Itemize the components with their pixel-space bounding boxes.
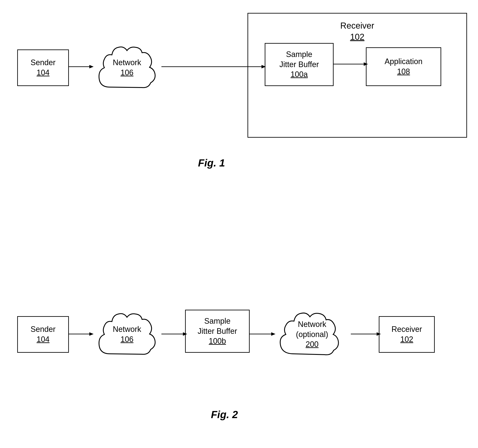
sender-box-fig2: Sender 104 <box>17 316 69 353</box>
network-optional-line1-fig2: Network <box>298 320 326 329</box>
application-label-fig1: Application <box>385 56 422 67</box>
arrow-sender-to-network-fig2 <box>69 332 95 336</box>
network-optional-text-fig2: Network (optional) 200 <box>296 319 328 349</box>
network-number-fig1: 106 <box>120 68 133 77</box>
application-number-fig1: 108 <box>397 67 410 77</box>
arrow-sender-to-network-fig1 <box>69 64 95 69</box>
jitter-line1-fig1: Sample <box>286 50 312 60</box>
sender-number-fig1: 104 <box>37 68 50 78</box>
sender-label-fig1: Sender <box>31 58 56 68</box>
jitter-line1-fig2: Sample <box>204 316 231 326</box>
network-optional-line2-fig2: (optional) <box>296 330 328 339</box>
sender-label-fig2: Sender <box>31 324 56 335</box>
arrow-jitter-to-app-fig1 <box>333 62 369 66</box>
receiver-outer-text: Receiver <box>340 21 374 30</box>
receiver-outer-number: 102 <box>350 32 365 42</box>
svg-marker-13 <box>377 332 381 336</box>
receiver-label-fig2: Receiver <box>391 324 422 335</box>
fig2-label-text: Fig. 2 <box>211 409 238 420</box>
arrow-network-to-jitter-fig1 <box>161 64 267 69</box>
jitter-number-fig1: 100a <box>290 69 308 80</box>
application-box-fig1: Application 108 <box>366 47 441 86</box>
sender-box-fig1: Sender 104 <box>17 50 69 86</box>
jitter-line2-fig2: Jitter Buffer <box>198 326 237 336</box>
network-optional-number-fig2: 200 <box>306 340 319 349</box>
arrow-netopt-to-receiver-fig2 <box>351 332 382 336</box>
svg-marker-1 <box>89 65 94 68</box>
arrow-jitter-to-netopt-fig2 <box>250 332 277 336</box>
svg-marker-3 <box>262 65 266 68</box>
fig1-label: Fig. 1 <box>198 157 225 169</box>
network-label-fig1: Network <box>113 58 141 67</box>
jitter-buffer-box-fig2: Sample Jitter Buffer 100b <box>185 310 250 353</box>
network-cloud-text-fig1: Network 106 <box>113 58 141 78</box>
jitter-line2-fig1: Jitter Buffer <box>279 60 319 70</box>
svg-marker-11 <box>271 332 276 336</box>
network-cloud-fig2: Network 106 <box>93 302 161 367</box>
diagram-container: Receiver 102 Sender 104 Network 106 Samp… <box>0 0 478 448</box>
fig1-label-text: Fig. 1 <box>198 157 225 169</box>
arrow-network-to-jitter-fig2 <box>161 332 188 336</box>
svg-marker-7 <box>89 332 94 336</box>
fig2-label: Fig. 2 <box>211 409 238 420</box>
network-number-fig2: 106 <box>120 335 133 344</box>
network-cloud-fig1: Network 106 <box>93 36 161 100</box>
jitter-number-fig2: 100b <box>209 336 226 346</box>
receiver-outer-label: Receiver 102 <box>248 20 466 42</box>
jitter-buffer-box-fig1: Sample Jitter Buffer 100a <box>265 43 333 86</box>
network-cloud-text-fig2: Network 106 <box>113 324 141 345</box>
network-label-fig2: Network <box>113 325 141 334</box>
sender-number-fig2: 104 <box>37 335 50 345</box>
receiver-box-fig2: Receiver 102 <box>379 316 435 353</box>
network-optional-cloud-fig2: Network (optional) 200 <box>273 302 351 367</box>
receiver-number-fig2: 102 <box>400 335 413 345</box>
svg-marker-9 <box>183 332 187 336</box>
svg-marker-5 <box>364 62 368 66</box>
